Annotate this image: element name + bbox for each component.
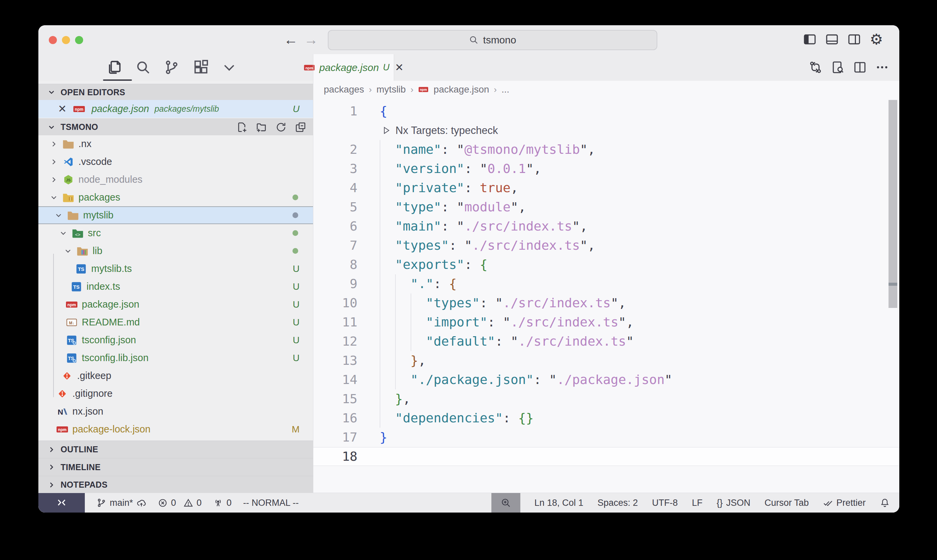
source-control-icon[interactable] bbox=[163, 59, 180, 76]
toggle-secondary-sidebar-icon[interactable] bbox=[847, 32, 862, 47]
breadcrumb-item[interactable]: package.json bbox=[434, 84, 489, 95]
breadcrumb-item[interactable]: ... bbox=[502, 84, 509, 95]
command-center-search[interactable]: tsmono bbox=[328, 30, 657, 50]
new-folder-icon[interactable] bbox=[255, 121, 268, 134]
search-view-icon[interactable] bbox=[135, 59, 151, 76]
workspace-header[interactable]: TSMONO bbox=[38, 118, 313, 135]
line-number: 17 bbox=[313, 428, 357, 447]
tree-item-src[interactable]: <>src bbox=[38, 224, 313, 242]
breadcrumb-item[interactable]: mytslib bbox=[377, 84, 406, 95]
code-line-12[interactable]: 12 "default": "./src/index.ts" bbox=[313, 332, 899, 351]
more-actions-icon[interactable] bbox=[875, 60, 889, 74]
tree-item-lib[interactable]: lib bbox=[38, 242, 313, 260]
refresh-icon[interactable] bbox=[275, 121, 288, 134]
editor-scrollbar[interactable] bbox=[889, 100, 897, 308]
title-bar: ← → tsmono ⚙ bbox=[38, 25, 899, 54]
cursor-position-item[interactable]: Ln 18, Col 1 bbox=[534, 498, 584, 508]
npm-icon: npm bbox=[418, 86, 429, 93]
encoding-item[interactable]: UTF-8 bbox=[652, 498, 678, 508]
npm-icon: npm bbox=[303, 64, 315, 71]
maximize-window-button[interactable] bbox=[75, 36, 83, 44]
breadcrumb-item[interactable]: packages bbox=[324, 84, 364, 95]
code-line-15[interactable]: 15 }, bbox=[313, 389, 899, 409]
code-line-6[interactable]: 6 "main": "./src/index.ts", bbox=[313, 217, 899, 236]
new-file-icon[interactable] bbox=[235, 121, 248, 134]
problems-status-item[interactable]: 0 0 bbox=[158, 498, 202, 508]
notifications-bell-icon[interactable] bbox=[880, 498, 890, 508]
open-preview-icon[interactable] bbox=[831, 60, 845, 74]
tree-item--vscode[interactable]: .vscode bbox=[38, 153, 313, 171]
outline-section-header[interactable]: OUTLINE bbox=[38, 440, 313, 458]
code-line-10[interactable]: 10 "types": "./src/index.ts", bbox=[313, 294, 899, 313]
code-line-18[interactable]: 18 bbox=[313, 447, 899, 466]
tree-item-tsconfig-lib-json[interactable]: TStsconfig.lib.jsonU bbox=[38, 349, 313, 367]
vim-mode-indicator[interactable]: -- NORMAL -- bbox=[243, 498, 298, 508]
close-editor-icon[interactable]: ✕ bbox=[58, 103, 67, 115]
code-line-5[interactable]: 5 "type": "module", bbox=[313, 198, 899, 217]
toggle-panel-icon[interactable] bbox=[825, 32, 839, 47]
minimize-window-button[interactable] bbox=[62, 36, 70, 44]
active-view-underline bbox=[103, 79, 132, 81]
code-line-17[interactable]: 17} bbox=[313, 428, 899, 447]
sidebar-editor-divider[interactable] bbox=[313, 54, 313, 493]
tree-item-packages[interactable]: packages bbox=[38, 188, 313, 206]
tree-item-mytslib[interactable]: mytslib bbox=[38, 206, 313, 224]
formatter-item[interactable]: Prettier bbox=[823, 498, 866, 508]
open-editors-header[interactable]: OPEN EDITORS bbox=[38, 84, 313, 100]
open-changes-icon[interactable] bbox=[808, 60, 823, 74]
split-editor-icon[interactable] bbox=[853, 60, 867, 74]
cursor-tab-item[interactable]: Cursor Tab bbox=[764, 498, 809, 508]
code-line-4[interactable]: 4 "private": true, bbox=[313, 178, 899, 198]
code-line-11[interactable]: 11 "import": "./src/index.ts", bbox=[313, 313, 899, 332]
code-line-3[interactable]: 3 "version": "0.0.1", bbox=[313, 159, 899, 178]
tab-package-json[interactable]: npm package.json U ✕ bbox=[313, 54, 394, 81]
code-line-9[interactable]: 9 ".": { bbox=[313, 274, 899, 294]
svg-text:npm: npm bbox=[420, 88, 427, 92]
tree-item-readme-md[interactable]: M↓README.mdU bbox=[38, 313, 313, 331]
remote-indicator[interactable] bbox=[38, 493, 85, 512]
code-editor[interactable]: 1{Nx Targets: typecheck2 "name": "@tsmon… bbox=[313, 98, 899, 493]
code-line-14[interactable]: 14 "./package.json": "./package.json" bbox=[313, 370, 899, 389]
tree-item-tsconfig-json[interactable]: TStsconfig.jsonU bbox=[38, 331, 313, 349]
code-line-16[interactable]: 16 "dependencies": {} bbox=[313, 409, 899, 428]
screencast-zoom-item[interactable] bbox=[491, 493, 520, 512]
navigate-back-button[interactable]: ← bbox=[282, 30, 299, 49]
close-tab-icon[interactable]: ✕ bbox=[395, 61, 403, 74]
close-window-button[interactable] bbox=[49, 36, 57, 44]
code-line-2[interactable]: 2 "name": "@tsmono/mytslib", bbox=[313, 140, 899, 159]
tree-item--gitkeep[interactable]: .gitkeep bbox=[38, 367, 313, 385]
timeline-section-header[interactable]: TIMELINE bbox=[38, 458, 313, 476]
sync-cloud-icon bbox=[136, 498, 146, 508]
code-line-8[interactable]: 8 "exports": { bbox=[313, 255, 899, 274]
chevron-right-icon bbox=[49, 157, 59, 166]
tree-item-index-ts[interactable]: TSindex.tsU bbox=[38, 278, 313, 295]
toggle-primary-sidebar-icon[interactable] bbox=[802, 32, 817, 47]
tree-item--nx[interactable]: .nx bbox=[38, 135, 313, 153]
tree-item-package-json[interactable]: npmpackage.jsonU bbox=[38, 295, 313, 313]
git-status-badge: U bbox=[293, 353, 300, 363]
open-editor-item[interactable]: ✕ npm package.json packages/mytslib U bbox=[38, 100, 313, 118]
ports-status-item[interactable]: 0 bbox=[213, 498, 232, 508]
npm-icon: npm bbox=[73, 105, 86, 113]
eol-item[interactable]: LF bbox=[692, 498, 703, 508]
settings-gear-icon[interactable]: ⚙ bbox=[869, 32, 884, 47]
explorer-icon[interactable] bbox=[106, 59, 123, 76]
branch-status-item[interactable]: main* bbox=[96, 498, 146, 508]
collapse-folders-icon[interactable] bbox=[294, 121, 307, 134]
language-mode-item[interactable]: {} JSON bbox=[717, 498, 750, 508]
tree-item-node-modules[interactable]: JSnode_modules bbox=[38, 171, 313, 188]
navigate-forward-button[interactable]: → bbox=[303, 30, 319, 49]
indentation-item[interactable]: Spaces: 2 bbox=[597, 498, 638, 508]
tree-item-mytslib-ts[interactable]: TSmytslib.tsU bbox=[38, 260, 313, 278]
extensions-icon[interactable] bbox=[192, 59, 209, 76]
more-views-chevron-icon[interactable] bbox=[221, 59, 238, 76]
tree-item--gitignore[interactable]: .gitignore bbox=[38, 385, 313, 403]
indent-guide bbox=[380, 178, 380, 198]
code-line-7[interactable]: 7 "types": "./src/index.ts", bbox=[313, 236, 899, 255]
code-line-1[interactable]: 1{ bbox=[313, 102, 899, 121]
tree-item-nx-json[interactable]: Nnx.json bbox=[38, 403, 313, 420]
code-line-13[interactable]: 13 }, bbox=[313, 351, 899, 370]
codelens-nx-targets[interactable]: Nx Targets: typecheck bbox=[313, 121, 899, 140]
notepads-section-header[interactable]: NOTEPADS bbox=[38, 476, 313, 493]
tree-item-package-lock-json[interactable]: npmpackage-lock.jsonM bbox=[38, 420, 313, 438]
